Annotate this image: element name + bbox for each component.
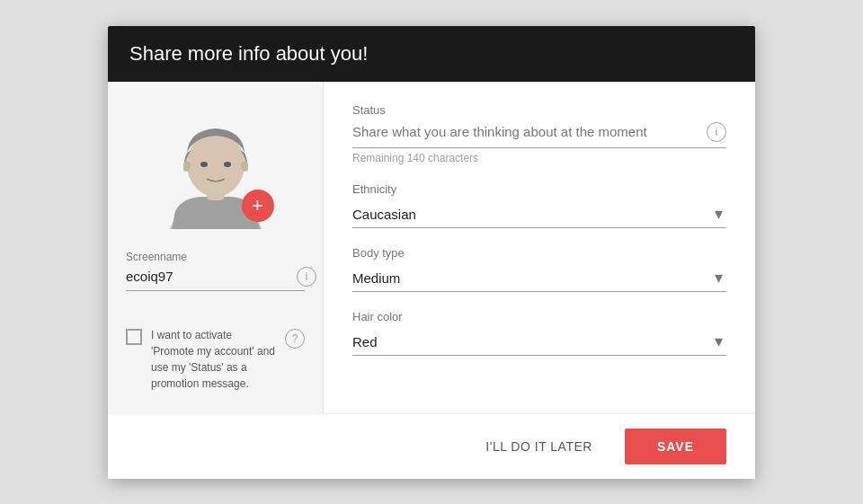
modal-header: Share more info about you! [108, 26, 755, 82]
promote-section: I want to activate 'Promote my account' … [126, 327, 305, 392]
info-icon[interactable]: i [297, 267, 316, 287]
modal-footer: I'LL DO IT LATER SAVE [108, 413, 755, 479]
svg-point-3 [200, 162, 208, 167]
screenname-input-row: i [126, 267, 305, 291]
hair-color-field-group: Hair color Red Black Blonde Brown Grey O… [352, 310, 726, 356]
body-type-select-wrapper: Medium Athletic Slim Heavy Other ▾ [352, 265, 726, 292]
hair-color-label: Hair color [352, 310, 726, 323]
screenname-input[interactable] [126, 269, 297, 284]
modal-title: Share more info about you! [129, 42, 734, 66]
svg-point-5 [183, 161, 191, 172]
modal-body: + Screenname i I want to activate 'Promo… [108, 82, 755, 413]
status-info-icon[interactable]: i [707, 122, 726, 142]
ethnicity-label: Ethnicity [352, 182, 726, 196]
left-panel: + Screenname i I want to activate 'Promo… [108, 82, 324, 413]
hair-color-select-wrapper: Red Black Blonde Brown Grey Other ▾ [352, 329, 726, 356]
later-button[interactable]: I'LL DO IT LATER [467, 430, 610, 463]
svg-point-6 [241, 161, 248, 172]
status-input[interactable] [352, 124, 707, 139]
remaining-chars: Remaining 140 characters [352, 152, 726, 164]
body-type-label: Body type [352, 246, 726, 260]
save-button[interactable]: SAVE [625, 429, 726, 464]
ethnicity-field-group: Ethnicity Caucasian Asian Hispanic Afric… [352, 182, 726, 228]
status-label: Status [352, 103, 726, 117]
svg-point-4 [224, 162, 231, 167]
modal: Share more info about you! [108, 26, 755, 479]
status-row: i [352, 122, 726, 148]
promote-checkbox[interactable] [126, 329, 142, 345]
screenname-section: Screenname i [126, 251, 305, 291]
promote-text: I want to activate 'Promote my account' … [151, 327, 276, 392]
screenname-label: Screenname [126, 251, 305, 263]
status-field-group: Status i Remaining 140 characters [352, 103, 726, 164]
help-icon[interactable]: ? [285, 329, 305, 349]
right-panel: Status i Remaining 140 characters Ethnic… [324, 82, 755, 413]
body-type-field-group: Body type Medium Athletic Slim Heavy Oth… [352, 246, 726, 292]
avatar-wrapper: + [157, 103, 274, 229]
add-photo-button[interactable]: + [242, 190, 274, 222]
hair-color-select[interactable]: Red Black Blonde Brown Grey Other [352, 329, 726, 355]
ethnicity-select[interactable]: Caucasian Asian Hispanic African Other [352, 201, 726, 227]
ethnicity-select-wrapper: Caucasian Asian Hispanic African Other ▾ [352, 201, 726, 228]
body-type-select[interactable]: Medium Athletic Slim Heavy Other [352, 265, 726, 291]
